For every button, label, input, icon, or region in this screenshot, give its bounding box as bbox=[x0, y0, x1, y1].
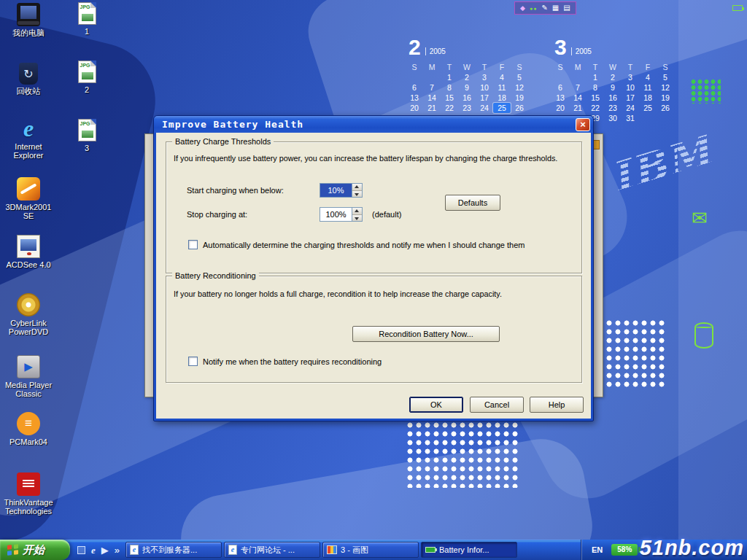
task-buttons: e 找不到服务器... e 专门网论坛 - ... 3 - 画图 Battery… bbox=[125, 542, 517, 558]
internet-explorer-icon: e bbox=[17, 117, 40, 140]
desktop-icon-label: 3 bbox=[85, 144, 89, 152]
calendar-cell: S bbox=[657, 62, 674, 72]
desktop-icon-my-computer[interactable]: 我的电脑 bbox=[3, 3, 54, 37]
stop-threshold-input[interactable]: 100% bbox=[320, 207, 352, 222]
dialog-titlebar[interactable]: Improve Battery Health × bbox=[154, 116, 593, 133]
calendar-cell: 16 bbox=[458, 93, 476, 103]
stop-threshold-spinbox: 100% bbox=[320, 207, 363, 222]
desktop-icon-jpg-3[interactable]: JPG 3 bbox=[61, 118, 112, 152]
battery-tray-indicator[interactable]: 58% bbox=[611, 544, 638, 556]
task-ie-server-not-found[interactable]: e 找不到服务器... bbox=[125, 542, 222, 558]
envelope-icon: ✉ bbox=[692, 207, 708, 230]
desktop-icon-recycle-bin[interactable]: ↻ 回收站 bbox=[3, 61, 54, 96]
chevron-more-icon[interactable]: » bbox=[115, 545, 120, 556]
calendar-cell: W bbox=[458, 62, 476, 72]
calendar-year: 2005 bbox=[571, 47, 592, 55]
spin-down-icon[interactable] bbox=[352, 215, 362, 222]
start-button[interactable]: 开始 bbox=[0, 540, 70, 560]
task-ie-forum[interactable]: e 专门网论坛 - ... bbox=[224, 542, 320, 558]
calendar-cell: T bbox=[476, 62, 493, 72]
calendar-cell: 19 bbox=[511, 93, 528, 103]
desktop-icon-pcmark04[interactable]: ≡ PCMark04 bbox=[3, 412, 54, 446]
defaults-button[interactable]: Defaults bbox=[445, 195, 500, 211]
battery-outline-icon bbox=[732, 5, 743, 11]
desktop-icon-label: 回收站 bbox=[17, 87, 41, 96]
ie-page-icon: e bbox=[228, 545, 237, 555]
calendar-cell: 20 bbox=[406, 103, 423, 113]
task-paint[interactable]: 3 - 画图 bbox=[322, 542, 419, 558]
calendar-cell: 5 bbox=[657, 72, 674, 82]
51nb-watermark: 51nb.com bbox=[640, 536, 744, 560]
start-charging-label: Start charging when below: bbox=[187, 186, 284, 195]
cancel-button[interactable]: Cancel bbox=[470, 397, 524, 413]
media-player-quicklaunch-icon[interactable]: ▶ bbox=[101, 545, 109, 555]
calendar-cell: T bbox=[587, 62, 604, 72]
notify-reconditioning-checkbox[interactable]: Notify me when the battery requires reco… bbox=[188, 357, 382, 366]
calendar-cell bbox=[423, 72, 441, 82]
calendar-cell: M bbox=[423, 62, 441, 72]
powerdvd-disc-icon bbox=[17, 293, 40, 316]
calendar-cell: 6 bbox=[551, 82, 569, 93]
calendar-cell: W bbox=[604, 62, 622, 72]
calendar-cell: 21 bbox=[569, 103, 587, 113]
paint-icon bbox=[327, 545, 337, 554]
desktop-icon-internet-explorer[interactable]: e Internet Explorer bbox=[3, 117, 54, 160]
calendar-cell: T bbox=[441, 62, 458, 72]
pencil-icon: ✎ bbox=[541, 4, 547, 12]
calendar-cell: 5 bbox=[511, 72, 528, 82]
desktop-icon-jpg-2[interactable]: JPG 2 bbox=[61, 60, 112, 94]
calendar-february: 2 2005 SMTWTFS12345678910111213141516171… bbox=[406, 38, 531, 123]
desktop-icon-label: 3DMark2001 SE bbox=[3, 203, 54, 220]
desktop-icon-label: Internet Explorer bbox=[3, 142, 54, 160]
calendar-cell: 12 bbox=[511, 82, 528, 93]
calendar-cell: 26 bbox=[511, 103, 528, 113]
ie-quicklaunch-icon[interactable]: e bbox=[91, 545, 96, 555]
calendar-cell: S bbox=[551, 62, 569, 72]
desktop-icon-media-player-classic[interactable]: ▶ Media Player Classic bbox=[3, 355, 54, 398]
language-indicator[interactable]: EN bbox=[592, 545, 603, 554]
calendar-cell: 20 bbox=[551, 103, 569, 113]
keys-icon: ●● bbox=[530, 6, 537, 11]
recondition-battery-button[interactable]: Recondition Battery Now... bbox=[352, 326, 500, 342]
help-button[interactable]: Help bbox=[530, 397, 584, 413]
spin-down-icon[interactable] bbox=[352, 191, 362, 198]
windows-logo-icon bbox=[7, 544, 18, 556]
desktop-icon-acdsee[interactable]: ACDSee 4.0 bbox=[3, 235, 54, 269]
calendar-cell: 13 bbox=[406, 93, 423, 103]
ok-button[interactable]: OK bbox=[409, 397, 463, 413]
start-threshold-input[interactable]: 10% bbox=[320, 183, 352, 198]
spin-up-icon[interactable] bbox=[352, 208, 362, 215]
improve-battery-health-dialog: Improve Battery Health × Battery Charge … bbox=[153, 115, 594, 421]
desktop-icon-label: ThinkVantage Technologies bbox=[3, 498, 54, 516]
ie-page-icon: e bbox=[130, 545, 139, 555]
calendar-cell: F bbox=[639, 62, 657, 72]
desktop-icon-label: PCMark04 bbox=[9, 438, 47, 446]
desktop-icon-label: 我的电脑 bbox=[12, 28, 44, 37]
auto-determine-checkbox[interactable]: Automatically determine the charging thr… bbox=[188, 240, 525, 249]
task-battery-information[interactable]: Battery Infor... bbox=[421, 542, 517, 558]
desktop-icon-powerdvd[interactable]: CyberLink PowerDVD bbox=[3, 293, 54, 336]
3dmark-icon bbox=[17, 177, 40, 201]
start-threshold-spinner[interactable] bbox=[352, 183, 363, 198]
show-desktop-icon[interactable] bbox=[77, 546, 85, 554]
calendar-cell: 2 bbox=[458, 72, 476, 82]
calendar-cell: 19 bbox=[657, 93, 674, 103]
default-note: (default) bbox=[372, 210, 401, 219]
desktop-icon-thinkvantage[interactable]: ThinkVantage Technologies bbox=[3, 472, 54, 516]
desktop-icon-3dmark2001[interactable]: 3DMark2001 SE bbox=[3, 177, 54, 220]
calendar-cell: 1 bbox=[587, 72, 604, 82]
spin-up-icon[interactable] bbox=[352, 184, 362, 191]
task-label: 专门网论坛 - ... bbox=[241, 545, 295, 556]
desktop-icon-jpg-1[interactable]: JPG 1 bbox=[61, 1, 112, 36]
calendar-cell: 31 bbox=[622, 113, 639, 123]
calendar-cell: 10 bbox=[622, 82, 639, 93]
stop-threshold-spinner[interactable] bbox=[352, 207, 363, 222]
calendar-cell: 22 bbox=[587, 103, 604, 113]
jpg-file-icon: JPG bbox=[78, 119, 96, 141]
my-computer-icon bbox=[17, 3, 40, 26]
jpg-file-icon: JPG bbox=[78, 61, 96, 83]
checkbox-box bbox=[188, 357, 198, 366]
calendar-cell: 8 bbox=[587, 82, 604, 93]
close-button[interactable]: × bbox=[576, 118, 590, 131]
calendar-cell: 6 bbox=[406, 82, 423, 93]
